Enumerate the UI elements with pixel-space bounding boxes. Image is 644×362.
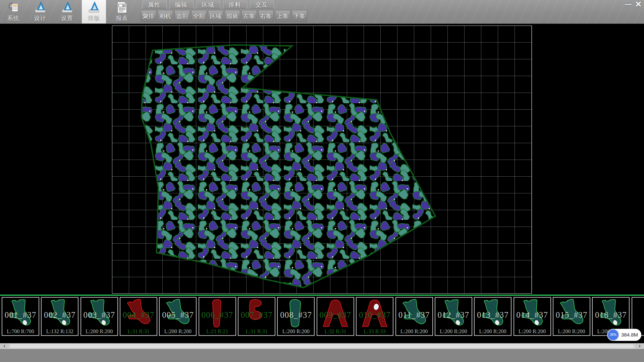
thumbnail-006_#37[interactable]: 006_#37L:21 R:21 [199,297,236,336]
thumbnail-sizes: L:132 R:132 [42,328,78,335]
tab-label: 排版 [82,14,106,22]
thumbnail-label: 0 [632,310,644,320]
thumbnail-label: 008_#37 [278,310,314,320]
nesting-canvas[interactable] [112,25,532,294]
scroll-right-icon[interactable]: › [635,343,644,349]
tool-snap-bottom[interactable]: 下靠 [292,10,307,22]
thumbnail-label: 001_#37 [2,310,39,320]
thumbnail-011_#37[interactable]: 011_#37L:200 R:200 [395,297,433,336]
tab-label: 设计 [28,14,52,22]
tab-label: 系统 [1,14,25,22]
tool-region[interactable]: 区域 [208,10,223,22]
thumbnail-label: 007_#37 [238,310,275,320]
thumbnail-004_#37[interactable]: 004_#37L:31 R:31 [120,297,157,336]
thumbnail-001_#37[interactable]: 001_#37L:700 R:700 [2,297,39,336]
tab-nesting[interactable]: 排版 [82,0,106,23]
thumbnail-015_#37[interactable]: 015_#37L:200 R:200 [553,297,590,336]
thumbnail-label: 011_#37 [396,310,432,320]
app-window: 系统设计设置排版报表 属性编辑区域排料交互 聚排相机选割全割区域瑕疵左靠右靠上靠… [0,0,644,362]
horizontal-scrollbar[interactable]: ‹ › [0,343,644,349]
thumbnail-label: 004_#37 [120,310,157,320]
thumbnail-label: 002_#37 [42,310,78,320]
tool-defect[interactable]: 瑕疵 [225,10,240,22]
report-icon [116,1,128,14]
thumbnail-014_#37[interactable]: 014_#37L:200 R:200 [514,297,551,336]
thumbnail-label: 003_#37 [81,310,117,320]
tab-report[interactable]: 报表 [110,0,134,23]
close-button[interactable]: ✕ [633,0,643,9]
menu-region[interactable]: 区域 [196,1,220,9]
thumbnail-sizes: L:33 R:33 [357,328,393,335]
thumbnail-sizes: L:21 R:21 [199,328,235,335]
thumbnail-sizes: L:200 R:200 [553,328,590,335]
memory-value: 384.8M [621,329,638,341]
thumbnail-label: 016_#37 [593,310,629,320]
thumbnail-002_#37[interactable]: 002_#37L:132 R:132 [41,297,78,336]
minimize-button[interactable]: — [624,0,633,9]
title-toolbar: 系统设计设置排版报表 属性编辑区域排料交互 聚排相机选割全割区域瑕疵左靠右靠上靠… [0,0,644,24]
menu-interact[interactable]: 交互 [250,1,274,9]
thumbnail-003_#37[interactable]: 003_#37L:200 R:200 [80,297,118,336]
tab-design[interactable]: 设计 [28,0,52,23]
thumbnail-label: 013_#37 [475,310,511,320]
thumbnail-sizes: L:31 R:31 [238,328,275,335]
thumbnail-sizes: L:200 R:200 [396,328,432,335]
thumbnail-label: 015_#37 [553,310,590,320]
tool-select-cut[interactable]: 选割 [174,10,190,22]
tool-camera[interactable]: 相机 [158,10,173,22]
thumbnail-010_#37[interactable]: 010_#37L:33 R:33 [356,297,393,336]
thumbnail-sizes: L:200 R:200 [278,328,314,335]
thumbnail-sizes: L:700 R:700 [2,328,39,335]
thumbnail-sizes: L:200 R:200 [160,328,196,335]
scrollbar-thumb[interactable] [9,344,634,349]
nesting-icon [88,1,100,14]
system-icon [7,1,20,14]
thumbnail-013_#37[interactable]: 013_#37L:200 R:200 [474,297,512,336]
thumbnail-sizes: L:32 R:31 [317,328,354,335]
menu-nesting[interactable]: 排料 [223,1,247,9]
design-icon [34,1,47,14]
tool-cluster-nest[interactable]: 聚排 [141,10,156,22]
menu-edit[interactable]: 编辑 [169,1,194,9]
thumbnail-label: 005_#37 [160,310,196,320]
thumbnail-label: 012_#37 [435,310,472,320]
thumbnail-012_#37[interactable]: 012_#37L:200 R:200 [435,297,472,336]
strip-divider [0,295,644,296]
settings-icon [61,1,73,14]
status-badge[interactable]: 38% 384.8M [607,329,641,341]
tool-snap-top[interactable]: 上靠 [275,10,290,22]
thumbnail-label: 010_#37 [357,310,393,320]
thumbnail-sizes: L:200 R:200 [435,328,472,335]
tool-cut-all[interactable]: 全割 [191,10,207,22]
thumbnail-label: 014_#37 [514,310,550,320]
tab-system[interactable]: 系统 [1,0,25,23]
thumbnail-005_#37[interactable]: 005_#37L:200 R:200 [159,297,197,336]
thumbnail-007_#37[interactable]: 007_#37L:31 R:31 [238,297,275,336]
thumbnail-sizes: L:200 R:200 [81,328,117,335]
menu-properties[interactable]: 属性 [143,1,167,9]
tab-label: 设置 [55,14,79,22]
thumbnail-sizes: L:200 R:200 [514,328,550,335]
thumbnail-008_#37[interactable]: 008_#37L:200 R:200 [277,297,315,336]
thumbnail-sizes: L:200 R:200 [475,328,511,335]
thumbnail-label: 009_#37 [317,310,354,320]
tool-snap-right[interactable]: 右靠 [258,10,274,22]
tool-snap-left[interactable]: 左靠 [241,10,257,22]
thumbnail-sizes: L:31 R:31 [120,328,157,335]
tab-settings[interactable]: 设置 [55,0,79,23]
thumbnail-009_#37[interactable]: 009_#37L:32 R:31 [317,297,354,336]
thumbnail-label: 006_#37 [199,310,235,320]
status-bar [0,349,644,362]
progress-badge: 38% [607,329,619,341]
tab-label: 报表 [110,14,134,22]
scroll-left-icon[interactable]: ‹ [0,343,9,349]
